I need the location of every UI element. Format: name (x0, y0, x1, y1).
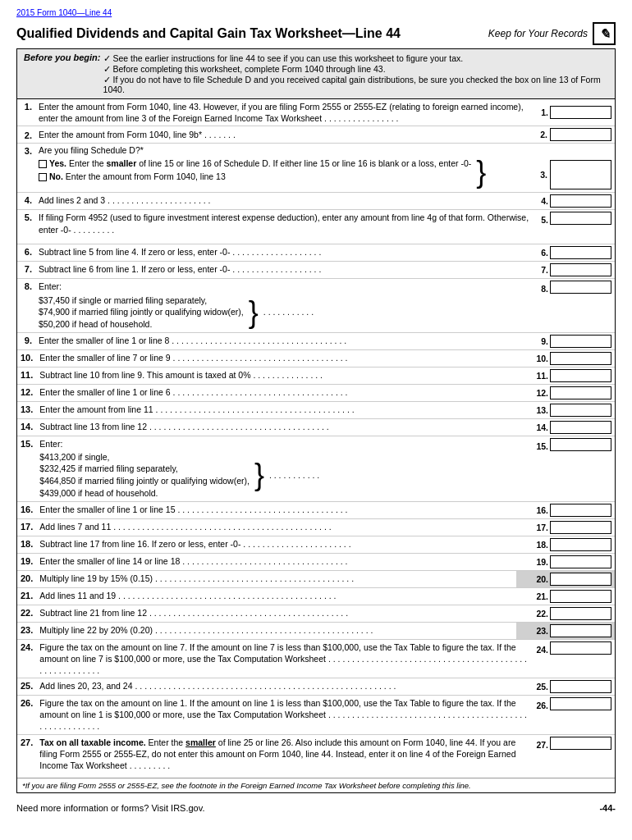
line-input-19[interactable] (550, 555, 611, 568)
line-desc-14: Subtract line 13 from line 12 . . . . . … (36, 419, 533, 436)
line-desc-9: Enter the smaller of line 1 or line 8 . … (35, 333, 538, 349)
line-num-12: 12. (17, 385, 36, 401)
line3-yes-checkbox[interactable] (39, 160, 47, 168)
line-input-24[interactable] (550, 641, 611, 655)
line-row-6: 6. Subtract line 5 from line 4. If zero … (17, 244, 615, 262)
line-input-label-23: 23. (536, 626, 548, 636)
line-input-9[interactable] (550, 335, 611, 348)
line-input-label-20: 20. (536, 574, 548, 584)
line-input-2[interactable] (550, 128, 611, 141)
line3-no-option: No. Enter the amount from Form 1040, lin… (39, 171, 471, 181)
line-row-20: 20. Multiply line 19 by 15% (0.15) . . .… (17, 571, 615, 588)
line-row-18: 18. Subtract line 17 from line 16. If ze… (17, 536, 615, 554)
line-input-area-15: 15. (533, 436, 615, 454)
line-row-5: 5. If filing Form 4952 (used to figure i… (17, 210, 615, 244)
line-row-10: 10. Enter the smaller of line 7 or line … (17, 350, 615, 368)
line-row-16: 16. Enter the smaller of line 1 or line … (17, 502, 615, 519)
worksheet-box: Before you begin: ✓ See the earlier inst… (16, 48, 616, 793)
bottom-page-num: -44- (599, 803, 616, 813)
line-num-11: 11. (17, 368, 36, 384)
line-input-26[interactable] (550, 697, 611, 710)
line-input-21[interactable] (550, 590, 611, 603)
line-desc-24: Figure the tax on the amount on line 7. … (36, 640, 533, 678)
line-num-17: 17. (17, 519, 36, 536)
line-row-12: 12. Enter the smaller of line 1 or line … (17, 385, 615, 402)
line-input-18[interactable] (550, 538, 611, 551)
line-num-6: 6. (17, 244, 35, 261)
line-input-12[interactable] (550, 386, 611, 399)
line-input-8[interactable] (550, 281, 611, 294)
before-begin-label: Before you begin: (24, 52, 98, 95)
line-desc-1: Enter the amount from Form 1040, line 43… (35, 99, 538, 126)
line-input-label-19: 19. (536, 557, 548, 567)
line-input-label-4: 4. (541, 196, 548, 206)
line-input-11[interactable] (550, 369, 611, 382)
line3-no-checkbox[interactable] (39, 173, 47, 181)
line2-mid: Enter the amount from Form 1040, line 9b… (35, 126, 615, 143)
line-input-label-18: 18. (536, 540, 548, 550)
line-input-27[interactable] (550, 737, 611, 750)
line-row-21: 21. Add lines 11 and 19 . . . . . . . . … (17, 588, 615, 605)
line-row-17: 17. Add lines 7 and 11 . . . . . . . . .… (17, 519, 615, 536)
line-desc-7: Subtract line 6 from line 1. If zero or … (35, 262, 538, 278)
line-row-14: 14. Subtract line 13 from line 12 . . . … (17, 419, 615, 436)
line-input-label-26: 26. (536, 701, 548, 710)
line-input-label-11: 11. (536, 371, 548, 381)
line-input-15[interactable] (550, 438, 611, 451)
line-num-19: 19. (17, 554, 36, 570)
line-input-4[interactable] (550, 194, 611, 208)
line-num-20: 20. (17, 571, 36, 587)
bottom-bar: Need more information or forms? Visit IR… (16, 803, 616, 813)
line-input-label-17: 17. (536, 523, 548, 532)
line-desc-20: Multiply line 19 by 15% (0.15) . . . . .… (36, 571, 516, 587)
line-row-13: 13. Enter the amount from line 11 . . . … (17, 402, 615, 419)
line2-input-area: 2. (537, 126, 615, 143)
line-num-25: 25. (17, 678, 36, 695)
line-input-17[interactable] (550, 521, 611, 534)
line-input-20[interactable] (550, 573, 611, 586)
line-input-area-24: 24. (533, 640, 615, 657)
before-begin-content: ✓ See the earlier instructions for line … (103, 52, 608, 95)
line-input-area-10: 10. (533, 350, 615, 367)
line-input-area-14: 14. (533, 419, 615, 436)
line-row-11: 11. Subtract line 10 from line 9. This a… (17, 368, 615, 385)
line-input-14[interactable] (550, 421, 611, 434)
line-input-area-11: 11. (533, 368, 615, 384)
line-input-13[interactable] (550, 404, 611, 417)
line-input-label-24: 24. (536, 645, 548, 655)
line-desc-3: Are you filing Schedule D?* Yes. Enter t… (35, 144, 516, 189)
line-desc-18: Subtract line 17 from line 16. If zero o… (36, 536, 533, 553)
line-input-6[interactable] (550, 246, 611, 259)
line-input-3[interactable] (550, 160, 611, 189)
before-begin-item-1: ✓ See the earlier instructions for line … (103, 53, 608, 63)
line-desc-4: Add lines 2 and 3 . . . . . . . . . . . … (35, 193, 538, 209)
line-input-area-12: 12. (533, 385, 615, 401)
line-input-10[interactable] (550, 352, 611, 365)
line-desc-25: Add lines 20, 23, and 24 . . . . . . . .… (36, 678, 533, 695)
form-top-link[interactable]: 2015 Form 1040—Line 44 (16, 8, 616, 17)
line-input-area-16: 16. (533, 502, 615, 518)
line-input-22[interactable] (550, 607, 611, 620)
line-input-7[interactable] (550, 263, 611, 276)
line-input-1[interactable] (550, 106, 611, 119)
before-begin-item-2: ✓ Before completing this worksheet, comp… (103, 64, 608, 74)
line-input-label-27: 27. (536, 740, 548, 750)
line-input-label-12: 12. (536, 388, 548, 398)
line-num-3: 3. (17, 144, 35, 158)
line2-inline-label: 2. (540, 130, 547, 139)
line-input-5[interactable] (550, 212, 611, 225)
line-input-area-19: 19. (533, 554, 615, 570)
line-desc-26: Figure the tax on the amount on line 1. … (36, 696, 533, 734)
line-row-15: 15. Enter: $413,200 if single, $232,425 … (17, 436, 615, 502)
line-input-area-26: 26. (533, 696, 615, 713)
line-input-23[interactable] (550, 624, 611, 637)
line-desc-27: Tax on all taxable income. Enter the sma… (36, 735, 533, 774)
line-input-16[interactable] (550, 504, 611, 517)
line-num-16: 16. (17, 502, 36, 518)
line-input-area-27: 27. (533, 735, 615, 752)
line-desc-17: Add lines 7 and 11 . . . . . . . . . . .… (36, 519, 533, 536)
line-desc-21: Add lines 11 and 19 . . . . . . . . . . … (36, 588, 533, 605)
line3-brace: } (476, 158, 486, 187)
line-input-25[interactable] (550, 680, 611, 693)
line-row-9: 9. Enter the smaller of line 1 or line 8… (17, 333, 615, 350)
